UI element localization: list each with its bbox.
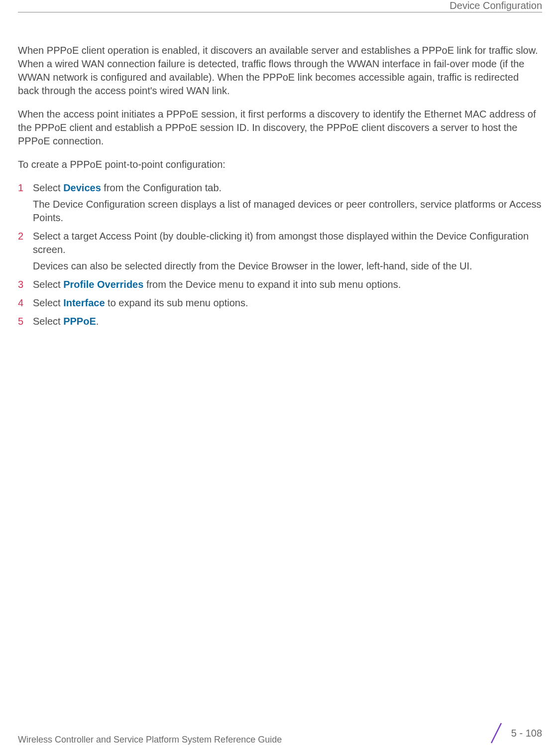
step-number: 1 xyxy=(18,181,33,225)
footer-page-group: 5 - 108 xyxy=(489,721,542,745)
step-body: Select PPPoE. xyxy=(33,315,542,328)
step-text: Select PPPoE. xyxy=(33,315,542,328)
step-text: Select Profile Overrides from the Device… xyxy=(33,278,542,291)
footer-guide-title: Wireless Controller and Service Platform… xyxy=(18,735,282,745)
step-text: Select Devices from the Configuration ta… xyxy=(33,181,542,195)
step-body: Select Profile Overrides from the Device… xyxy=(33,278,542,291)
step-number: 4 xyxy=(18,296,33,310)
step-number: 3 xyxy=(18,278,33,291)
step-body: Select Interface to expand its sub menu … xyxy=(33,296,542,310)
step-body: Select a target Access Point (by double-… xyxy=(33,230,542,273)
steps-list: 1Select Devices from the Configuration t… xyxy=(18,181,542,328)
paragraph-1: When PPPoE client operation is enabled, … xyxy=(18,44,542,98)
step-number: 5 xyxy=(18,315,33,328)
header-rule xyxy=(18,12,542,12)
step-number: 2 xyxy=(18,230,33,273)
step-body: Select Devices from the Configuration ta… xyxy=(33,181,542,225)
paragraph-2: When the access point initiates a PPPoE … xyxy=(18,108,542,148)
step-item-5: 5Select PPPoE. xyxy=(18,315,542,328)
svg-line-0 xyxy=(491,723,501,743)
step-text: Select Interface to expand its sub menu … xyxy=(33,296,542,310)
step-subtext: The Device Configuration screen displays… xyxy=(33,198,542,225)
header-title: Device Configuration xyxy=(449,0,542,11)
footer-slash-icon xyxy=(489,721,503,745)
step-text: Select a target Access Point (by double-… xyxy=(33,230,542,256)
paragraph-3: To create a PPPoE point-to-point configu… xyxy=(18,158,542,171)
main-content: When PPPoE client operation is enabled, … xyxy=(18,44,542,333)
step-item-1: 1Select Devices from the Configuration t… xyxy=(18,181,542,225)
step-item-4: 4Select Interface to expand its sub menu… xyxy=(18,296,542,310)
step-item-2: 2Select a target Access Point (by double… xyxy=(18,230,542,273)
step-item-3: 3Select Profile Overrides from the Devic… xyxy=(18,278,542,291)
footer: Wireless Controller and Service Platform… xyxy=(18,721,542,745)
step-subtext: Devices can also be selected directly fr… xyxy=(33,259,542,273)
footer-page-number: 5 - 108 xyxy=(511,728,542,739)
